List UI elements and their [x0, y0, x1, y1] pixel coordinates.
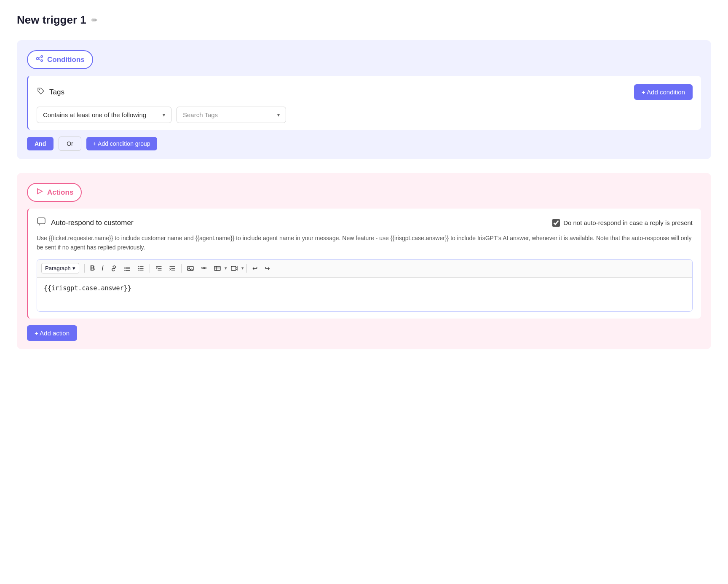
- indent-button[interactable]: [166, 263, 179, 273]
- paragraph-chevron: ▾: [72, 265, 75, 271]
- add-condition-button[interactable]: + Add condition: [634, 84, 693, 100]
- condition-type-value: Contains at least one of the following: [43, 111, 146, 118]
- actions-badge: Actions: [27, 183, 82, 202]
- svg-point-0: [37, 58, 39, 60]
- editor-text: {{irisgpt.case.answer}}: [44, 284, 131, 292]
- bold-button[interactable]: B: [87, 263, 98, 274]
- svg-point-3: [39, 89, 40, 90]
- do-not-auto-respond-label: Do not auto-respond in case a reply is p…: [563, 219, 693, 226]
- tag-icon: [37, 87, 45, 97]
- condition-header: Tags + Add condition: [37, 84, 693, 100]
- svg-point-5: [124, 267, 125, 268]
- toolbar-divider-2: [150, 264, 150, 273]
- actions-icon: [35, 187, 44, 198]
- condition-title-row: Tags: [37, 87, 64, 97]
- chat-icon: [37, 217, 46, 228]
- toolbar-divider-4: [246, 264, 247, 273]
- page-title: New trigger 1: [17, 13, 86, 27]
- add-action-button[interactable]: + Add action: [27, 325, 77, 341]
- conditions-section: Conditions Tags + Add condition Contains…: [17, 40, 711, 159]
- action-description: Use {{ticket.requester.name}} to include…: [37, 233, 693, 252]
- outdent-button[interactable]: [153, 263, 165, 273]
- editor-content[interactable]: {{irisgpt.case.answer}}: [37, 278, 692, 311]
- svg-rect-10: [214, 266, 220, 271]
- bottom-bar: And Or + Add condition group: [27, 137, 701, 151]
- conditions-badge: Conditions: [27, 50, 93, 69]
- svg-point-7: [124, 270, 125, 271]
- condition-type-chevron: ▾: [163, 112, 165, 118]
- and-button[interactable]: And: [27, 137, 54, 150]
- italic-button[interactable]: I: [99, 263, 106, 274]
- video-chevron[interactable]: ▾: [241, 265, 244, 271]
- search-tags-placeholder: Search Tags: [183, 111, 218, 118]
- actions-section: Actions Auto-respond to customer Do not …: [17, 173, 711, 349]
- svg-point-6: [124, 268, 125, 269]
- add-condition-group-button[interactable]: + Add condition group: [86, 137, 157, 150]
- quote-button[interactable]: [198, 263, 210, 273]
- condition-controls: Contains at least one of the following ▾…: [37, 107, 693, 123]
- link-button[interactable]: [107, 263, 120, 273]
- image-button[interactable]: [184, 263, 197, 273]
- unordered-list-button[interactable]: [121, 263, 134, 273]
- toolbar-divider-3: [181, 264, 182, 273]
- toolbar-divider-1: [84, 264, 85, 273]
- rich-text-editor: Paragraph ▾ B I: [37, 259, 693, 312]
- svg-point-1: [41, 56, 43, 57]
- editor-toolbar: Paragraph ▾ B I: [37, 260, 692, 278]
- paragraph-dropdown[interactable]: Paragraph ▾: [41, 263, 79, 273]
- do-not-auto-respond-checkbox[interactable]: [552, 219, 560, 227]
- undo-button[interactable]: ↩: [249, 263, 261, 274]
- table-chevron[interactable]: ▾: [225, 265, 227, 271]
- or-button[interactable]: Or: [59, 137, 81, 151]
- actions-label: Actions: [47, 188, 73, 197]
- ordered-list-button[interactable]: [134, 263, 147, 273]
- table-button[interactable]: [211, 263, 224, 273]
- svg-rect-11: [231, 266, 236, 271]
- condition-type-dropdown[interactable]: Contains at least one of the following ▾: [37, 107, 171, 123]
- conditions-icon: [35, 54, 44, 65]
- redo-button[interactable]: ↪: [262, 263, 273, 274]
- svg-point-2: [41, 60, 43, 62]
- condition-field-label: Tags: [49, 88, 64, 96]
- action-header: Auto-respond to customer Do not auto-res…: [37, 217, 693, 228]
- svg-rect-4: [37, 218, 45, 224]
- action-group: Auto-respond to customer Do not auto-res…: [27, 209, 701, 319]
- do-not-auto-respond-row: Do not auto-respond in case a reply is p…: [552, 219, 693, 227]
- search-tags-chevron: ▾: [277, 112, 280, 118]
- conditions-label: Conditions: [47, 56, 85, 64]
- video-button[interactable]: [228, 263, 241, 273]
- paragraph-label: Paragraph: [45, 265, 71, 271]
- condition-group: Tags + Add condition Contains at least o…: [27, 76, 701, 130]
- page-title-row: New trigger 1 ✏: [17, 13, 711, 27]
- edit-icon[interactable]: ✏: [91, 16, 98, 25]
- search-tags-dropdown[interactable]: Search Tags ▾: [177, 107, 286, 123]
- action-title: Auto-respond to customer: [51, 219, 134, 227]
